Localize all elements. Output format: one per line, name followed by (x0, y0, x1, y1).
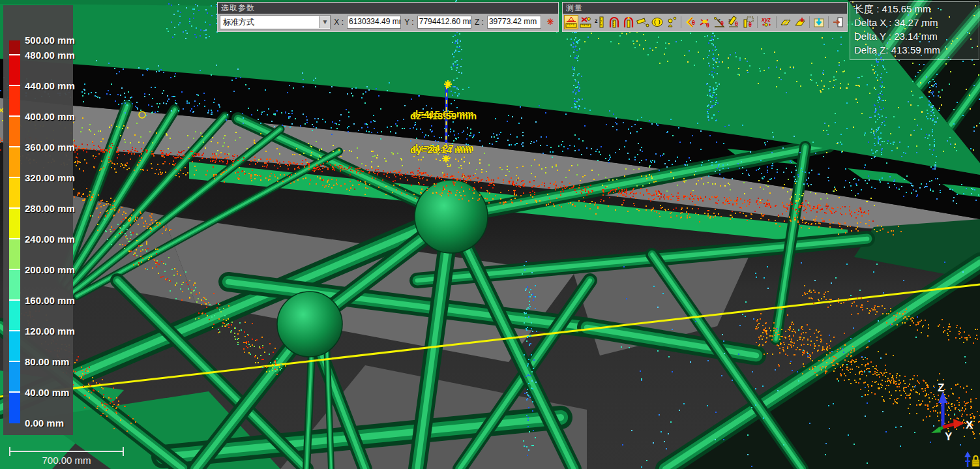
measurement-result-row: Delta Z: 413.59 mm (850, 43, 979, 57)
toolbar-separator (757, 16, 758, 28)
x-coordinate-label: X : (334, 18, 344, 27)
svg-text:θ: θ (706, 22, 709, 29)
export-results-icon[interactable] (812, 15, 826, 29)
measure-angle-icon[interactable]: θ (683, 15, 698, 29)
measurement-result-overlay: 长度 : 415.65 mmDelta X : 34.27 mmDelta Y … (850, 1, 979, 60)
legend-tick-label: 160.00 mm (25, 295, 75, 306)
selection-panel-title[interactable]: 选取参数 (218, 3, 558, 14)
toolbar-separator (776, 16, 777, 28)
legend-band (9, 301, 20, 331)
chevron-down-icon[interactable]: ▼ (319, 16, 330, 28)
legend-band (9, 209, 20, 239)
legend-tick-label: 500.00 mm (25, 35, 75, 46)
exit-measure-icon[interactable] (831, 15, 845, 29)
legend-tick-label: 120.00 mm (25, 325, 75, 337)
legend-band (9, 270, 20, 301)
snap-point-icon[interactable]: ❋ (544, 16, 556, 28)
legend-band (9, 86, 20, 117)
measure-annotation-label: dz=413.59 mm (410, 110, 477, 121)
3d-scene: d=415.65 mmdz=413.59 mmdx=34.27 mmdy=23.… (0, 0, 980, 469)
view-scale-bar: 700.00 mm (0, 442, 170, 468)
svg-text:θ: θ (735, 21, 738, 27)
measure-angle-vectors-icon[interactable]: θ (698, 15, 712, 29)
legend-band (9, 331, 20, 362)
show-xyz-coordinates-icon[interactable]: xyz (760, 15, 774, 29)
measure-plane-icon[interactable] (779, 15, 793, 29)
svg-text:xyz: xyz (761, 16, 771, 23)
svg-text:θ: θ (720, 20, 724, 27)
legend-tick-label: 0.00 mm (25, 417, 64, 429)
y-coordinate-field[interactable]: 7794412.60 mm (417, 16, 471, 29)
svg-text:θ: θ (749, 22, 752, 28)
legend-band (9, 178, 20, 209)
create-plane-icon[interactable] (793, 15, 807, 29)
legend-tick-label: 200.00 mm (25, 264, 75, 275)
measure-distance-points-icon[interactable] (564, 15, 578, 29)
svg-text:θ: θ (692, 20, 695, 26)
measure-arc-distance-alt-icon[interactable] (621, 15, 636, 29)
measurement-result-row: Delta Y : 23.14 mm (850, 29, 979, 43)
svg-text:z: z (728, 17, 731, 23)
measure-distance-point-icon[interactable] (578, 15, 593, 29)
legend-band (9, 393, 20, 423)
measure-toolbar-panel: 测量 zθθzθzθθxyz (562, 2, 848, 32)
legend-band (9, 362, 20, 393)
measure-angle-plane-icon[interactable]: zθ (726, 15, 741, 29)
legend-tick-label: 440.00 mm (25, 80, 75, 91)
application-window: d=415.65 mmdz=413.59 mmdx=34.27 mmdy=23.… (0, 0, 980, 469)
legend-band (9, 239, 20, 270)
legend-tick-label: 40.00 mm (25, 387, 69, 398)
measure-annotation-label: dy=23.14 mm (410, 144, 472, 155)
pick-mode-value: 标准方式 (220, 17, 319, 28)
legend-tick-label: 240.00 mm (25, 234, 75, 245)
pick-mode-dropdown[interactable]: 标准方式 ▼ (220, 15, 331, 29)
legend-band (9, 117, 20, 147)
z-coordinate-label: Z : (475, 18, 484, 27)
toolbar-separator (681, 16, 681, 28)
measure-diameter-icon[interactable] (650, 15, 664, 29)
measure-toolbar-title[interactable]: 测量 (563, 3, 847, 14)
axis-z-label: Z (938, 382, 944, 394)
measure-angle-distance-icon[interactable]: θ (741, 15, 755, 29)
y-coordinate-label: Y : (404, 18, 413, 27)
ball-joint-node (415, 180, 488, 253)
legend-tick-label: 80.00 mm (25, 356, 69, 367)
axis-y-label: Y (945, 431, 953, 443)
toolbar-separator (809, 16, 810, 28)
toolbar-separator (828, 16, 829, 28)
measure-arc-distance-icon[interactable] (607, 15, 621, 29)
z-coordinate-field[interactable]: 39773.42 mm (487, 16, 541, 29)
ball-joint-node (277, 292, 342, 357)
legend-band (9, 55, 20, 86)
measurement-result-row: Delta X : 34.27 mm (850, 16, 979, 29)
svg-text:z: z (595, 18, 598, 24)
measure-angle-z-icon[interactable]: zθ (712, 15, 726, 29)
measure-height-z-icon[interactable]: z (593, 15, 607, 29)
selection-parameters-panel: 选取参数 标准方式 ▼ X : 6130334.49 mm Y : 779441… (217, 2, 559, 32)
measurement-result-row: 长度 : 415.65 mm (850, 2, 979, 16)
x-coordinate-field[interactable]: 6130334.49 mm (347, 16, 401, 29)
legend-band (9, 40, 20, 55)
legend-tick-label: 320.00 mm (25, 172, 75, 183)
legend-color-bar (9, 40, 20, 423)
measure-point-to-plane-icon[interactable] (636, 15, 650, 29)
measure-point-info-icon[interactable] (664, 15, 679, 29)
legend-tick-label: 360.00 mm (25, 142, 75, 153)
legend-tick-label: 400.00 mm (25, 111, 75, 122)
legend-tick-label: 480.00 mm (25, 50, 75, 61)
legend-tick-label: 280.00 mm (25, 203, 75, 214)
scale-bar-label: 700.00 mm (42, 455, 91, 466)
legend-band (9, 147, 20, 178)
deviation-color-legend: 500.00 mm480.00 mm440.00 mm400.00 mm360.… (3, 5, 73, 435)
axis-x-label: X (966, 419, 973, 431)
